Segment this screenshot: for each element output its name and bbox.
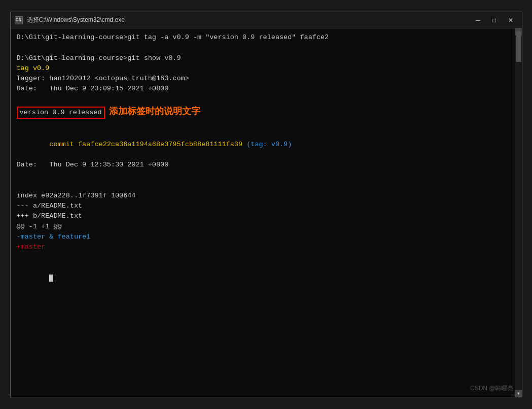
close-button[interactable]: ✕ [504, 15, 518, 25]
scrollbar-thumb[interactable] [516, 31, 521, 62]
cursor [49, 275, 53, 282]
commit-tag: (tag: v0.9) [242, 141, 292, 148]
annotation-text: 添加标签时的说明文字 [109, 105, 200, 118]
diff-git-line: index e92a228..1f7391f 100644 [17, 191, 509, 201]
watermark: CSDN @韩曜亮 [470, 384, 514, 393]
cmd-window: CN 选择C:\Windows\System32\cmd.exe ─ □ ✕ D… [10, 12, 522, 397]
scrollbar-arrow-down[interactable]: ▼ [515, 390, 522, 397]
titlebar-icon-text: CN [15, 17, 21, 23]
blank-3 [17, 119, 509, 129]
terminal-content[interactable]: D:\Git\git-learning-course>git tag -a v0… [11, 28, 515, 397]
titlebar-icon: CN [15, 16, 23, 24]
cmd-line-2: D:\Git\git-learning-course>git show v0.9 [17, 53, 509, 63]
commit-line: commit faafce22ca36a1194a68e3795fcb88e81… [17, 129, 509, 160]
hunk-line: -master & feature1 [17, 232, 509, 242]
minimize-button[interactable]: ─ [471, 15, 485, 25]
terminal-body: D:\Git\git-learning-course>git tag -a v0… [11, 28, 522, 397]
blank-5 [17, 181, 509, 191]
remove-line: +master [17, 242, 509, 252]
version-box: version 0.9 released [17, 107, 105, 119]
index-line: --- a/README.txt [17, 201, 509, 211]
titlebar: CN 选择C:\Windows\System32\cmd.exe ─ □ ✕ [11, 12, 522, 28]
from-file-line: +++ b/README.txt [17, 211, 509, 221]
date1-line: Date: Thu Dec 9 23:09:15 2021 +0800 [17, 84, 509, 94]
titlebar-controls: ─ □ ✕ [471, 15, 518, 25]
blank-2 [17, 94, 509, 105]
scrollbar[interactable]: ▲ ▼ [515, 28, 522, 397]
to-file-line: @@ -1 +1 @@ [17, 222, 509, 232]
commit-hash: commit faafce22ca36a1194a68e3795fcb88e81… [49, 141, 242, 148]
blank-6 [17, 252, 509, 262]
cmd-line-1: D:\Git\git-learning-course>git tag -a v0… [17, 32, 509, 43]
tagger-line: Tagger: han1202012 <octopus_truth@163.co… [17, 74, 509, 84]
blank-4 [17, 170, 509, 180]
author-line: Date: Thu Dec 9 12:35:30 2021 +0800 [17, 160, 509, 170]
blank-1 [17, 43, 509, 53]
version-annotation-line: version 0.9 released 添加标签时的说明文字 [17, 105, 200, 119]
maximize-button[interactable]: □ [487, 15, 502, 25]
final-prompt [17, 263, 509, 294]
tag-line: tag v0.9 [17, 63, 509, 74]
titlebar-title: 选择C:\Windows\System32\cmd.exe [27, 16, 471, 24]
